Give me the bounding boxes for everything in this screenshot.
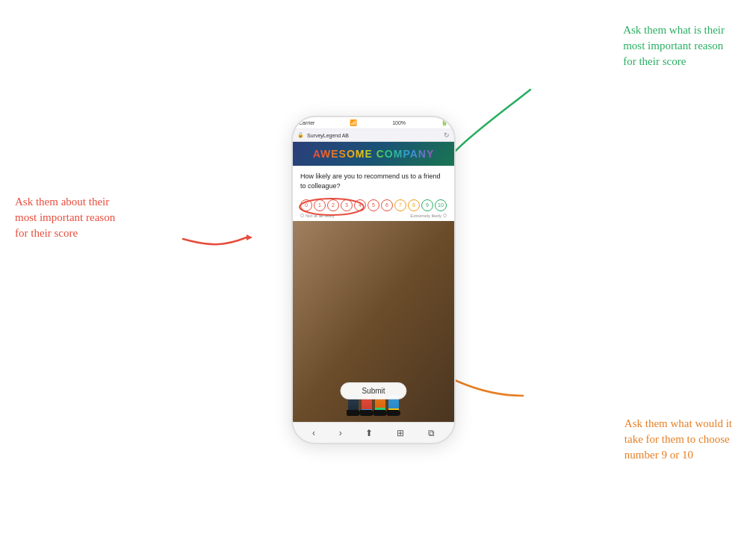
nps-2[interactable]: 2 — [327, 199, 339, 211]
carrier-text: Carrier — [299, 120, 314, 125]
browser-url: SurveyLegend AB — [307, 133, 349, 138]
battery-text: 100% — [392, 120, 406, 125]
label-extremely-likely: Extremely likely — [410, 214, 441, 218]
svg-marker-0 — [247, 234, 252, 240]
nps-4[interactable]: 4 — [354, 199, 366, 211]
phone-status-bar: Carrier 📶 100% 🔋 — [293, 117, 454, 129]
nps-1[interactable]: 1 — [314, 199, 326, 211]
annotation-red: Ask them about their most important reas… — [15, 194, 115, 241]
nps-labels: Not at all likely Extremely likely — [300, 214, 447, 218]
nav-share[interactable]: ⬆ — [365, 428, 373, 438]
wifi-icon: 📶 — [350, 119, 357, 126]
survey-content: How likely are you to recommend us to a … — [293, 166, 454, 221]
annotation-green: Ask them what is their most important re… — [623, 22, 725, 69]
submit-button[interactable]: Submit — [340, 382, 406, 399]
nps-label-right: Extremely likely — [410, 214, 447, 218]
nps-3[interactable]: 3 — [341, 199, 353, 211]
battery-icon: 🔋 — [441, 119, 448, 126]
label-not-likely: Not at all likely — [306, 214, 335, 218]
nps-numbers: 0 1 2 3 4 5 6 7 8 9 10 — [300, 199, 447, 211]
nps-10[interactable]: 10 — [435, 199, 447, 211]
nps-9[interactable]: 9 — [421, 199, 433, 211]
photo-area: Submit — [293, 221, 454, 422]
refresh-icon: ↻ — [444, 131, 450, 139]
lock-icon: 🔒 — [297, 132, 304, 138]
browser-bar: 🔒 SurveyLegend AB ↻ — [293, 129, 454, 142]
nps-container: 0 1 2 3 4 5 6 7 8 9 10 — [300, 199, 447, 214]
nav-tabs[interactable]: ⧉ — [428, 428, 435, 438]
annotation-orange-text: Ask them what would it take for them to … — [624, 417, 732, 461]
annotation-red-text: Ask them about their most important reas… — [15, 196, 115, 239]
nav-bookmarks[interactable]: ⊞ — [397, 428, 404, 438]
phone-screen: AWESOME COMPANY How likely are you to re… — [293, 142, 454, 422]
company-name: AWESOME COMPANY — [313, 148, 435, 160]
nps-8[interactable]: 8 — [408, 199, 420, 211]
nav-back[interactable]: ‹ — [312, 428, 315, 438]
phone-frame: Carrier 📶 100% 🔋 🔒 SurveyLegend AB ↻ AWE… — [291, 116, 456, 444]
survey-question: How likely are you to recommend us to a … — [300, 172, 447, 190]
phone-bottom-bar: ‹ › ⬆ ⊞ ⧉ — [293, 422, 454, 443]
nps-7[interactable]: 7 — [394, 199, 406, 211]
nav-forward[interactable]: › — [339, 428, 342, 438]
nps-label-left: Not at all likely — [300, 214, 335, 218]
label-dot-right — [443, 214, 447, 217]
label-dot-left — [300, 214, 304, 217]
nps-0[interactable]: 0 — [300, 199, 312, 211]
company-banner: AWESOME COMPANY — [293, 142, 454, 166]
annotation-orange: Ask them what would it take for them to … — [624, 416, 732, 463]
nps-6[interactable]: 6 — [381, 199, 393, 211]
annotation-green-text: Ask them what is their most important re… — [623, 24, 725, 67]
nps-5[interactable]: 5 — [368, 199, 379, 211]
